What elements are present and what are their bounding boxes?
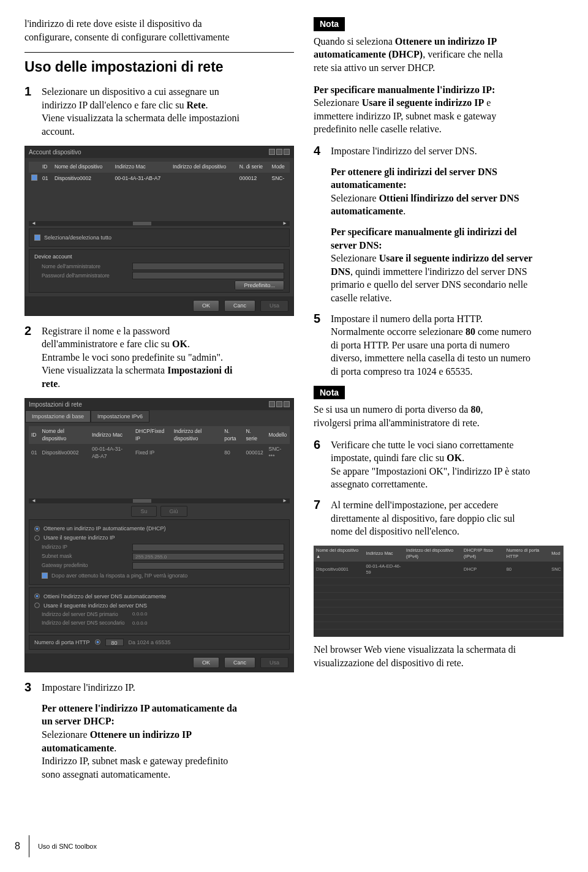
step-number-1: 1 xyxy=(24,85,36,139)
row-checkbox[interactable] xyxy=(31,175,37,181)
ip-input[interactable] xyxy=(132,544,284,551)
window-controls[interactable] xyxy=(269,149,290,155)
step-number-2: 2 xyxy=(24,325,36,392)
step6-body: Verificare che tutte le voci siano corre… xyxy=(331,438,564,492)
ping-checkbox[interactable]: Dopo aver ottenuto la risposta a ping, l… xyxy=(42,572,284,579)
dns1-value: 0.0.0.0 xyxy=(132,611,147,618)
note1-text: Quando si seleziona Ottenere un indirizz… xyxy=(314,35,564,75)
device-table[interactable]: ID Nome del dispositivo Indirizzo Mac In… xyxy=(29,162,290,184)
use-button[interactable]: Usa xyxy=(260,657,288,668)
page-number: 8 xyxy=(15,840,20,853)
radio-fixed-ip[interactable]: Usare il seguente indirizzo IP xyxy=(34,534,284,541)
window-title: Account dispositivo xyxy=(29,148,81,157)
ok-button[interactable]: OK xyxy=(193,657,219,668)
radio-dhcp[interactable]: Ottenere un indirizzo IP automaticamente… xyxy=(34,525,284,532)
gateway-label: Gateway predefinito xyxy=(42,562,127,569)
tab-ipv6[interactable]: Impostazione IPv6 xyxy=(91,410,149,423)
section-title: Uso delle impostazioni di rete xyxy=(24,58,294,77)
table-row[interactable]: Dispositivo000100-01-4A-ED-46-59DHCP80SN… xyxy=(314,562,564,578)
http-port-input[interactable]: 80 xyxy=(105,639,124,646)
use-button[interactable]: Usa xyxy=(260,300,288,311)
dns2-label: Indirizzo del server DNS secondario xyxy=(42,620,127,626)
sort-icon[interactable]: ▲ xyxy=(316,554,320,559)
device-account-label: Device account xyxy=(34,253,284,260)
select-all-checkbox[interactable]: Seleziona/deseleziona tutto xyxy=(34,234,284,241)
step-number-3: 3 xyxy=(24,681,36,782)
manual-ip-text: Per specificare manualmente l'indirizzo … xyxy=(314,83,564,136)
step-number-7: 7 xyxy=(314,498,325,539)
step-number-6: 6 xyxy=(314,438,325,492)
gateway-input[interactable] xyxy=(132,562,284,569)
step-number-5: 5 xyxy=(314,312,325,380)
up-button[interactable]: Su xyxy=(131,506,156,517)
default-button[interactable]: Predefinito... xyxy=(235,280,284,290)
ip-label: Indirizzo IP xyxy=(42,544,127,551)
cancel-button[interactable]: Canc xyxy=(224,300,255,311)
mask-label: Subnet mask xyxy=(42,553,127,560)
dns1-label: Indirizzo del server DNS primario xyxy=(42,611,127,618)
step4-body: Impostare l'indirizzo del server DNS. Pe… xyxy=(331,145,564,306)
step3-body: Impostare l'indirizzo IP. Per ottenere l… xyxy=(42,681,294,782)
note2-text: Se si usa un numero di porta diverso da … xyxy=(314,403,564,429)
ok-button[interactable]: OK xyxy=(193,300,219,311)
screenshot-account-device: Account dispositivo ID Nome del disposit… xyxy=(24,146,294,316)
table-row[interactable]: 01Dispositivo000200-01-4A-31-AB-A7Fixed … xyxy=(29,444,290,462)
step1-body: Selezionare un dispositivo a cui assegna… xyxy=(42,85,294,139)
dns2-value: 0.0.0.0 xyxy=(132,620,147,627)
step2-body: Registrare il nome e la password dell'am… xyxy=(42,325,294,392)
admin-pass-input[interactable] xyxy=(132,272,284,279)
mask-input[interactable]: 255.255.255.0 xyxy=(132,553,284,560)
tab-basic[interactable]: Impostazione di base xyxy=(25,410,91,423)
http-port-label: Numero di porta HTTP xyxy=(34,639,90,646)
radio-dns-auto[interactable]: Ottieni l'indirizzo del server DNS autom… xyxy=(34,593,284,600)
window-controls[interactable] xyxy=(269,401,290,407)
http-port-radio[interactable] xyxy=(95,639,100,645)
scrollbar[interactable]: ◄► xyxy=(29,221,290,226)
screenshot-network-settings: Impostazioni di rete Impostazione di bas… xyxy=(24,398,294,673)
admin-pass-label: Password dell'amministratore xyxy=(42,272,127,279)
step-number-4: 4 xyxy=(314,145,325,306)
step7-body: Al termine dell'impostazione, per accede… xyxy=(331,498,564,539)
intro-text: l'indirizzo di rete dove esiste il dispo… xyxy=(24,17,294,43)
closing-text: Nel browser Web viene visualizzata la sc… xyxy=(314,643,564,669)
table-row[interactable]: 01 Dispositivo0002 00-01-4A-31-AB-A7 000… xyxy=(29,173,290,184)
scrollbar[interactable]: ◄► xyxy=(29,498,290,503)
down-button[interactable]: Giù xyxy=(160,506,187,517)
admin-name-input[interactable] xyxy=(132,263,284,270)
page-footer: 8 Uso di SNC toolbox xyxy=(15,835,97,857)
radio-dns-manual[interactable]: Usare il seguente indirizzo del server D… xyxy=(34,602,284,609)
admin-name-label: Nome dell'amministratore xyxy=(42,263,127,270)
step5-body: Impostare il numero della porta HTTP. No… xyxy=(331,312,564,380)
http-port-range: Da 1024 a 65535 xyxy=(129,639,171,646)
footer-text: Uso di SNC toolbox xyxy=(38,842,97,851)
window-title: Impostazioni di rete xyxy=(29,400,82,409)
cancel-button[interactable]: Canc xyxy=(224,657,255,668)
screenshot-device-list: Nome del dispositivo ▲ Indirizzo Mac Ind… xyxy=(314,546,564,637)
section-divider xyxy=(24,52,294,53)
device-list-table[interactable]: Nome del dispositivo ▲ Indirizzo Mac Ind… xyxy=(314,546,564,637)
note-badge: Nota xyxy=(314,17,345,31)
network-table[interactable]: IDNome del dispositivoIndirizzo MacDHCP/… xyxy=(29,426,290,462)
note-badge: Nota xyxy=(314,386,345,400)
